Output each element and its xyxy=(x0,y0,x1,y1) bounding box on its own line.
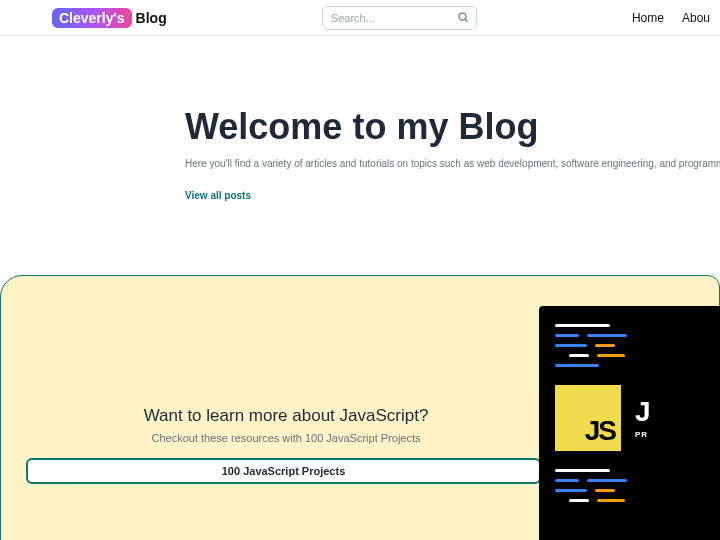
js-logo-row: JS J PR xyxy=(555,385,720,451)
nav: Home Abou xyxy=(632,11,710,25)
hero-subtitle: Here you'll find a variety of articles a… xyxy=(185,158,720,169)
view-all-posts-link[interactable]: View all posts xyxy=(185,190,251,201)
promo-section: Want to learn more about JavaScript? Che… xyxy=(0,275,720,540)
logo-text: Blog xyxy=(136,10,167,26)
search xyxy=(322,6,477,30)
code-lines-icon xyxy=(555,469,720,502)
promo-button[interactable]: 100 JavaScript Projects xyxy=(26,458,541,484)
js-logo-text: JS xyxy=(585,415,615,447)
nav-home[interactable]: Home xyxy=(632,11,664,25)
promo-panel: Want to learn more about JavaScript? Che… xyxy=(0,275,720,540)
promo-subtitle: Checkout these resources with 100 JavaSc… xyxy=(21,432,551,444)
svg-line-1 xyxy=(465,19,467,21)
promo-title: Want to learn more about JavaScript? xyxy=(21,406,551,426)
logo[interactable]: Cleverly's Blog xyxy=(10,8,167,28)
nav-about[interactable]: Abou xyxy=(682,11,710,25)
js-logo-icon: JS xyxy=(555,385,621,451)
promo-content: Want to learn more about JavaScript? Che… xyxy=(21,306,551,484)
js-card: JS J PR xyxy=(539,306,720,540)
logo-badge: Cleverly's xyxy=(52,8,132,28)
header: Cleverly's Blog Home Abou xyxy=(0,0,720,36)
search-input[interactable] xyxy=(322,6,477,30)
code-lines-icon xyxy=(555,324,720,367)
svg-point-0 xyxy=(459,13,466,20)
search-icon[interactable] xyxy=(457,9,469,27)
js-side-text: J PR xyxy=(635,398,651,439)
hero-section: Welcome to my Blog Here you'll find a va… xyxy=(0,36,720,203)
hero-title: Welcome to my Blog xyxy=(185,106,720,148)
